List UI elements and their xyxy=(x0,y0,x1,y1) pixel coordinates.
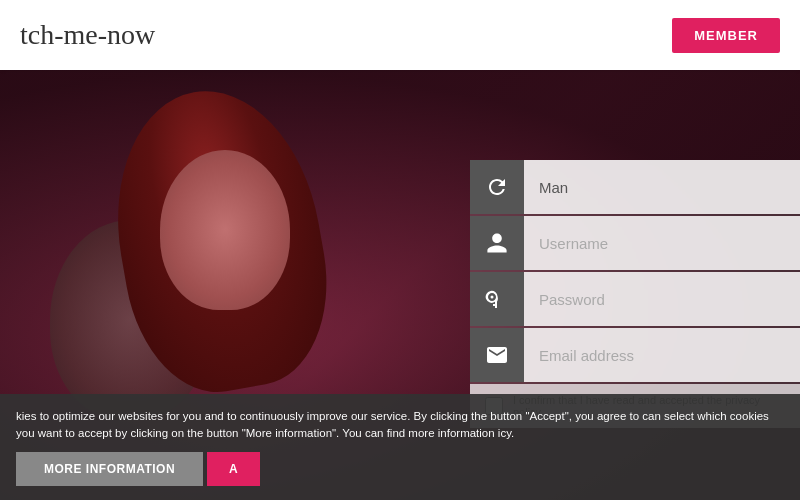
logo: tch-me-now xyxy=(20,19,155,51)
key-icon xyxy=(485,287,509,311)
registration-panel: I confirm that I have read and accepted … xyxy=(470,160,800,428)
cookie-actions: MORE INFORMATION A xyxy=(16,452,784,486)
email-row xyxy=(470,328,800,382)
password-row xyxy=(470,272,800,326)
accept-button[interactable]: A xyxy=(207,452,260,486)
gender-input[interactable] xyxy=(524,160,800,214)
password-input[interactable] xyxy=(524,272,800,326)
member-button[interactable]: MEMBER xyxy=(672,18,780,53)
username-input[interactable] xyxy=(524,216,800,270)
username-row xyxy=(470,216,800,270)
refresh-icon xyxy=(485,175,509,199)
cookie-banner: kies to optimize our websites for you an… xyxy=(0,394,800,501)
woman-face xyxy=(160,150,290,310)
cookie-message: kies to optimize our websites for you an… xyxy=(16,410,769,439)
user-icon-container xyxy=(470,216,524,270)
email-icon-container xyxy=(470,328,524,382)
gender-row xyxy=(470,160,800,214)
email-icon xyxy=(485,343,509,367)
gender-icon xyxy=(470,160,524,214)
person-icon xyxy=(485,231,509,255)
password-icon-container xyxy=(470,272,524,326)
more-information-button[interactable]: MORE INFORMATION xyxy=(16,452,203,486)
cookie-text: kies to optimize our websites for you an… xyxy=(16,408,784,443)
svg-point-0 xyxy=(491,296,494,299)
header: tch-me-now MEMBER xyxy=(0,0,800,70)
email-input[interactable] xyxy=(524,328,800,382)
